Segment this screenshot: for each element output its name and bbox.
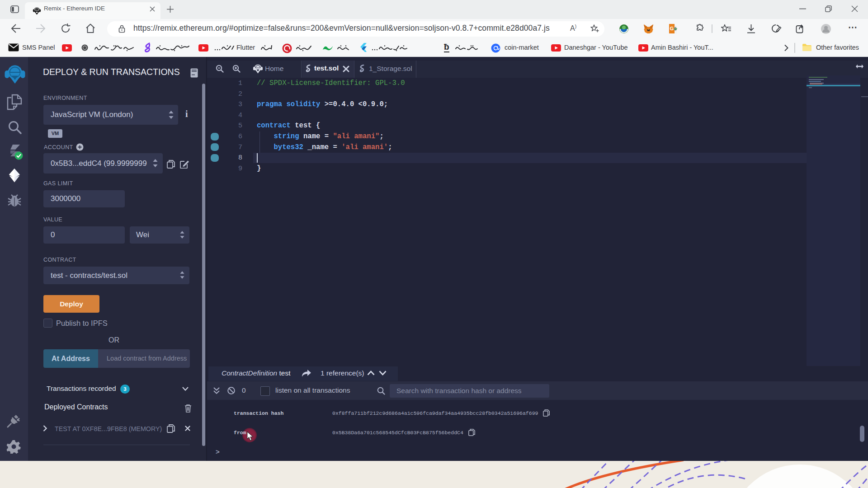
svg-text:G: G [670, 26, 674, 31]
